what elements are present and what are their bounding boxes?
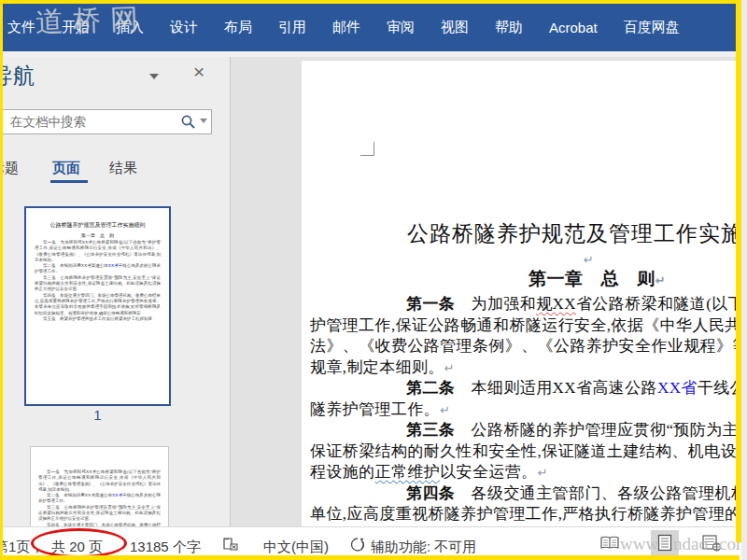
status-accessibility[interactable]: 辅助功能: 不可用 [371,539,476,556]
nav-tab-headings[interactable]: 标题 [0,160,19,177]
ribbon-tab-11[interactable]: 百度网盘 [624,19,680,36]
thumbnail-1-page-number: 1 [24,407,171,423]
accessibility-icon[interactable] [350,537,368,555]
ribbon-tab-5[interactable]: 引用 [278,19,306,36]
document-line: 法》、《收费公路管理条例》、《公路养护安全作业规程》等法律 [310,335,739,357]
page-thumbnail-2[interactable]: 第一条 为加强和规XX省公路桥梁和隧道(以下合称为“桥护管理工作,保证公路畅通和… [30,446,169,526]
nav-tab-results[interactable]: 结果 [109,160,137,177]
ribbon-tab-9[interactable]: 帮助 [495,19,523,36]
thumbnail-paragraph: 第三条 公路桥隧的养护管理应贯彻“预防为主,安全至上”保证桥梁结构的耐久性和安全… [35,275,161,293]
ribbon-tab-3[interactable]: 设计 [170,19,198,36]
document-line: 规章,制定本细则。↵ [310,357,455,378]
document-line: 第四条 各级交通主管部门、各级公路管理机构、收费公路经 [406,483,739,504]
margin-corner-mark [360,142,374,156]
document-line: 第一章 总 则↵ [529,267,666,291]
document-line: 第一条 为加强和规XX省公路桥梁和隧道(以下合称为“桥 [406,293,739,315]
status-word-count[interactable]: 13185 个字 [130,539,201,556]
frame-border-top [0,0,747,4]
thumbnail-paragraph: 第三条 公路桥隧的养护管理应贯彻“预防为主,安全至上”保证桥梁结构的耐久性和安全… [38,505,161,523]
nav-tab-pages[interactable]: 页面 [52,160,80,177]
search-options-chevron-icon[interactable] [200,119,207,123]
ribbon-tab-10[interactable]: Acrobat [549,20,598,35]
frame-border-bottom [0,555,740,560]
thumbnail-paragraph: 第一条 为加强和规XX省公路桥梁和隧道(以下合称为“桥护管理工作,保证公路畅通和… [35,240,161,263]
word-window: 文件开始插入设计布局引用邮件审阅视图帮助Acrobat百度网盘 道桥网 导航 ×… [0,0,747,560]
navigation-options-chevron-icon[interactable] [149,74,159,79]
document-line: 隧养护管理工作。↵ [310,399,451,420]
active-tab-underline [50,180,88,183]
ribbon-tab-file[interactable]: 文件 [7,19,35,36]
right-edge-strip [741,0,747,560]
thumbnail-paragraph: 第五条 桥梁养护管理的技术工作实行桥梁养护工程师制度 [35,316,161,322]
pane-divider [230,57,231,526]
frame-border-left [0,0,3,560]
ribbon-tab-1[interactable]: 开始 [62,19,90,36]
thumbnail-chapter-text: 第一章 总 则 [35,232,161,238]
document-line: 保证桥梁结构的耐久性和安全性,保证隧道土建结构、机电设施及 [310,441,739,462]
thumbnail-paragraph: 第二条 本细则适用XX省高速公路XX省干线公路及农村公隧养护管理工作。 [38,493,161,505]
ribbon-tab-8[interactable]: 视图 [441,19,469,36]
read-mode-icon[interactable] [600,536,619,553]
document-line: 程设施的正常维护以安全运营。↵ [310,461,548,483]
ribbon-tab-2[interactable]: 插入 [116,19,144,36]
navigation-pane: 导航 × 标题 页面 结果 公路桥隧养护规范及管理工作实施细则 第一章 总 则 … [0,57,230,526]
watermark-url-part: www [620,534,658,554]
status-language[interactable]: 中文(中国) [263,539,329,556]
thumbnail-body-text: 第一条 为加强和规XX省公路桥梁和隧道(以下合称为“桥护管理工作,保证公路畅通和… [38,469,161,526]
proofing-errors-icon[interactable] [222,537,239,554]
thumbnail-paragraph: 第四条 各级交通主管部门、各级公路管理机构、收费公路经单位,应高度重视桥隧养护管… [35,293,161,316]
thumbnail-body-text: 第一条 为加强和规XX省公路桥梁和隧道(以下合称为“桥护管理工作,保证公路畅通和… [35,240,161,322]
watermark-url-part: ndao [673,534,708,554]
document-page[interactable]: 公路桥隧养护规范及管理工作实施细则↵第一章 总 则↵第一条 为加强和规XX省公路… [302,61,739,526]
ribbon-tab-bar: 文件开始插入设计布局引用邮件审阅视图帮助Acrobat百度网盘 [0,4,741,51]
navigation-pane-title: 导航 [0,62,35,91]
document-line: 第二条 本细则适用XX省高速公路XX省干线公路及农村公 [406,377,739,399]
search-icon[interactable] [180,114,196,133]
document-line: ↵ [584,250,594,269]
red-ellipse-annotation [31,528,127,558]
ribbon-tab-7[interactable]: 审阅 [387,19,415,36]
document-line: 单位,应高度重视桥隧养护管理工作,严格执行桥隧养护管理的各项 [310,503,739,525]
thumbnail-paragraph: 第一条 为加强和规XX省公路桥梁和隧道(以下合称为“桥护管理工作,保证公路畅通和… [38,469,161,493]
navigation-close-icon[interactable]: × [193,61,204,83]
document-line: 第三条 公路桥隧的养护管理应贯彻“预防为主,安全至上” [406,419,739,441]
thumbnail-title-text: 公路桥隧养护规范及管理工作实施细则 [35,221,161,230]
ribbon-tab-6[interactable]: 邮件 [332,19,360,36]
document-line: 护管理工作,保证公路畅通和桥隧运行安全,依据《中华人民共和 [310,315,739,336]
thumbnail-paragraph: 第二条 本细则适用XX省高速公路XX省干线公路及农村公隧养护管理工作。 [35,263,161,275]
document-line: 公路桥隧养护规范及管理工作实施细则 [407,219,739,248]
ribbon-tabs: 文件开始插入设计布局引用邮件审阅视图帮助Acrobat百度网盘 [7,19,680,36]
page-thumbnail-1[interactable]: 公路桥隧养护规范及管理工作实施细则 第一章 总 则 第一条 为加强和规XX省公路… [24,206,171,406]
ribbon-tab-4[interactable]: 布局 [224,19,252,36]
